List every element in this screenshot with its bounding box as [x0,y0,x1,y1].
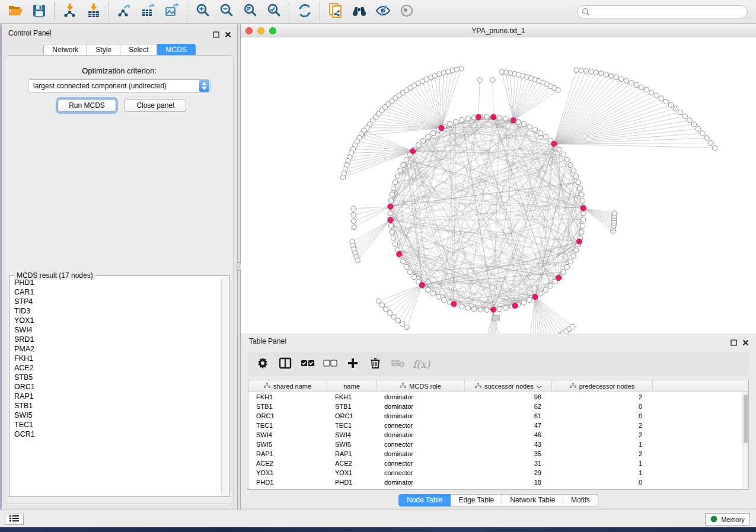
table-cell: PHD1 [248,479,327,486]
mcds-result-item[interactable]: GCR1 [10,430,221,439]
zoom-out-button[interactable] [215,2,238,22]
table-settings-button[interactable] [253,355,273,373]
import-table-button[interactable] [82,2,106,22]
mcds-result-list[interactable]: PHD1CAR1STP4TID3YOX1SWI4SRD1PMA2FKH1ACE2… [10,278,221,496]
export-image-button[interactable] [160,2,184,22]
clone-network-icon [328,2,343,21]
binoculars-icon [351,4,368,20]
column-header-predecessor-nodes[interactable]: predecessor nodes [552,380,653,392]
table-cell: connector [377,422,465,429]
mcds-result-item[interactable]: SRD1 [10,335,221,344]
zoom-in-button[interactable] [191,2,215,22]
table-row[interactable]: FKH1FKH1dominator962 [248,392,748,402]
table-scrollbar[interactable] [742,392,748,489]
mcds-result-item[interactable]: STP4 [10,297,221,306]
show-all-button[interactable] [395,2,419,22]
open-file-button[interactable] [4,2,27,22]
clone-network-button[interactable] [324,2,347,22]
dropdown-stepper-icon [199,80,209,92]
mcds-result-item[interactable]: CAR1 [10,287,221,297]
column-header-successor-nodes[interactable]: successor nodes [465,380,552,392]
float-panel-icon[interactable] [213,30,219,40]
run-mcds-button[interactable]: Run MCDS [58,99,116,112]
panel-list-button[interactable] [5,514,24,525]
memory-button[interactable]: Memory [705,513,750,525]
close-panel-button[interactable]: Close panel [125,99,186,112]
import-network-button[interactable] [58,2,82,22]
table-row[interactable]: SWI5SWI5connector431 [248,440,748,449]
select-all-button[interactable] [298,355,318,373]
delete-column-button[interactable] [365,355,385,373]
table-row[interactable]: ACE2ACE2connector311 [248,459,748,468]
toolbar-separator [289,2,290,21]
export-network-button[interactable] [113,2,136,22]
mcds-result-item[interactable]: STB5 [10,373,221,382]
close-panel-icon[interactable] [742,338,749,348]
export-table-button[interactable] [136,2,160,22]
table-scrollbar-thumb[interactable] [744,395,748,443]
tab-motifs[interactable]: Motifs [563,494,598,507]
mcds-result-item[interactable]: TEC1 [10,420,221,430]
namespace-icon [264,383,270,390]
network-window-titlebar[interactable]: YPA_prune.txt_1 [241,24,756,37]
mcds-result-item[interactable]: STB1 [10,401,221,411]
hide-selected-button[interactable] [371,2,395,22]
zoom-selected-button[interactable] [262,2,286,22]
table-cell: 2 [552,393,653,400]
table-row[interactable]: SWI4SWI4dominator462 [248,430,748,440]
column-header-name[interactable]: name [327,380,377,392]
column-header-label: successor nodes [484,383,534,390]
table-row[interactable]: YOX1YOX1connector291 [248,468,748,477]
table-row[interactable]: STB1STB1dominator620 [248,402,748,411]
tab-select[interactable]: Select [120,44,157,56]
column-header-shared-name[interactable]: shared name [248,380,327,392]
tab-network-table[interactable]: Network Table [502,494,563,507]
table-cell: SWI4 [327,431,377,438]
tab-edge-table[interactable]: Edge Table [451,494,502,507]
optimization-criterion-select[interactable]: largest connected component (undirected) [28,79,210,92]
mcds-result-item[interactable]: PMA2 [10,344,221,354]
table-row[interactable]: PHD1PHD1dominator180 [248,477,748,487]
show-columns-button[interactable] [275,355,295,373]
tab-mcds[interactable]: MCDS [157,44,195,56]
search-network-button[interactable] [347,2,371,22]
tab-network[interactable]: Network [43,44,87,56]
network-canvas[interactable] [241,37,756,334]
mcds-result-item[interactable]: PHD1 [10,278,221,287]
table-row[interactable]: RAP1RAP1dominator352 [248,449,748,459]
canvas-splitter-handle[interactable] [492,315,500,321]
node-table[interactable]: shared namenameMCDS rolesuccessor nodesp… [248,380,749,490]
deselect-all-button[interactable] [320,355,340,373]
table-cell: YOX1 [327,469,377,476]
add-column-button[interactable] [343,355,363,373]
zoom-fit-icon [243,3,258,21]
refresh-button[interactable] [293,2,317,22]
mcds-result-item[interactable]: SWI5 [10,411,221,420]
table-cell: 96 [465,393,552,400]
mcds-tab-content: Optimization criterion: largest connecte… [5,55,234,504]
desktop-wallpaper-strip [0,527,756,532]
delete-table-icon [391,358,405,370]
mcds-result-item[interactable]: FKH1 [10,354,221,363]
mcds-result-item[interactable]: RAP1 [10,392,221,401]
table-row[interactable]: TEC1TEC1connector472 [248,421,748,430]
search-input[interactable] [577,5,748,18]
tab-style[interactable]: Style [87,44,120,56]
tab-node-table[interactable]: Node Table [398,494,451,507]
table-row[interactable]: ORC1ORC1dominator610 [248,411,748,421]
close-panel-icon[interactable] [225,30,231,40]
save-session-button[interactable] [27,2,51,22]
table-panel-tabs: Node TableEdge TableNetwork TableMotifs [241,494,756,507]
mcds-list-scrollbar[interactable] [221,277,228,496]
column-header-label: predecessor nodes [579,383,635,390]
column-header-MCDS-role[interactable]: MCDS role [377,380,465,392]
mcds-result-item[interactable]: ORC1 [10,382,221,392]
mcds-result-item[interactable]: YOX1 [10,316,221,325]
zoom-fit-button[interactable] [238,2,262,22]
mcds-result-item[interactable]: ACE2 [10,363,221,373]
float-panel-icon[interactable] [731,338,737,348]
mcds-result-item[interactable]: TID3 [10,306,221,316]
table-cell: SWI5 [248,441,327,448]
toolbar-separator [187,2,188,21]
mcds-result-item[interactable]: SWI4 [10,325,221,335]
